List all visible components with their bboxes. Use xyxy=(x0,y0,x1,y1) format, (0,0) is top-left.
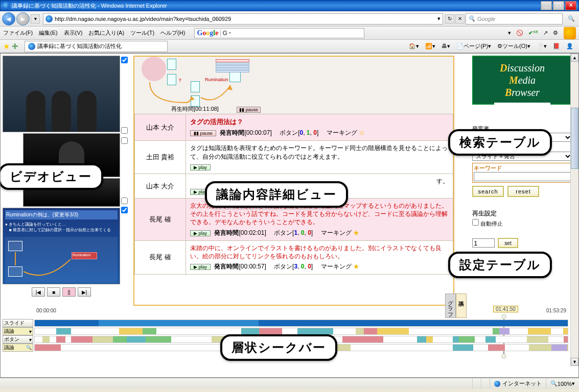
back-button[interactable]: ◄ xyxy=(2,12,15,26)
gtool-opt[interactable]: ⚙ xyxy=(550,28,561,38)
annotation-setting: 設定テーブル xyxy=(448,252,552,278)
status-zoom[interactable]: 🔍 100% ▾ xyxy=(546,378,579,389)
time-cursor[interactable]: 01:41:50 xyxy=(493,306,518,312)
refresh-button[interactable]: ↻ xyxy=(445,14,454,23)
minimize-button[interactable]: _ xyxy=(541,1,552,10)
menu-tool[interactable]: ツール(T) xyxy=(130,29,154,37)
speaker-name: 山本 大介 xyxy=(135,114,186,141)
keyword-label: キーワード xyxy=(474,164,571,172)
video-thumb-main[interactable] xyxy=(3,56,120,132)
playback-settings: 再生設定 自動停止 set xyxy=(472,209,572,248)
diagram-pause-button[interactable]: ▮▮ pause xyxy=(237,107,261,113)
thumb-check-2b[interactable] xyxy=(121,137,128,144)
detail-diagram: ？ Rumination 再生時間[00:11:08] ▮▮ pause xyxy=(134,57,453,114)
gtool-abc[interactable]: ✔ᴬᴮ xyxy=(526,28,541,38)
row-play-button[interactable]: ▶ play xyxy=(190,164,211,170)
scroll-down-icon[interactable]: ▼ xyxy=(571,358,578,366)
seek-track-slide[interactable]: スライド xyxy=(3,319,568,327)
scroll-up-icon[interactable]: ▲ xyxy=(571,54,578,62)
gtool-block[interactable]: 🚫 xyxy=(514,28,526,38)
search-button[interactable]: search xyxy=(472,186,504,197)
menu-file[interactable]: ファイル(F) xyxy=(3,29,33,37)
navdrop-button[interactable]: ▾ xyxy=(31,14,40,23)
slide-title: Ruminationの例は、(変更等3/3) xyxy=(5,210,118,219)
video-stop-button[interactable]: ■ xyxy=(47,287,60,297)
autostop-check[interactable] xyxy=(472,219,479,226)
maximize-button[interactable]: □ xyxy=(553,1,564,10)
row-pause-button[interactable]: ▮▮ pause xyxy=(190,130,216,136)
utterance-text: タグは知識活動を表現するためのキーワード。キーワード同士の階層構造を見せることに… xyxy=(190,144,449,161)
research-button[interactable]: 📕 xyxy=(550,41,563,52)
help-button[interactable]: ❔▾ xyxy=(534,41,549,52)
playset-header: 再生設定 xyxy=(472,209,572,218)
dmb-logo: Discussion Media Browser xyxy=(472,56,572,105)
reset-button[interactable]: reset xyxy=(507,186,539,197)
star-icon[interactable]: ★ xyxy=(353,263,359,270)
globe-icon xyxy=(494,381,500,387)
menu-fav[interactable]: お気に入り(A) xyxy=(88,29,124,37)
status-bar: インターネット 🔍 100% ▾ xyxy=(0,378,579,389)
video-controls: |◀ ■ || ▶| xyxy=(3,287,120,297)
print-button[interactable]: 🖶▾ xyxy=(439,41,453,52)
play-time-label: 再生時間[00:11:08] xyxy=(171,105,219,113)
svg-marker-0 xyxy=(190,96,195,101)
menu-help[interactable]: ヘルプ(H) xyxy=(160,29,185,37)
tools-button[interactable]: ⚙ツール(O)▾ xyxy=(495,41,533,52)
gtool-go[interactable]: ▾ xyxy=(505,28,514,38)
page-content: Ruminationの例は、(変更等3/3) ● きちんと議論を行っていくと… … xyxy=(0,53,579,378)
home-button[interactable]: 🏠▾ xyxy=(406,41,422,52)
google-search-input[interactable] xyxy=(231,29,364,38)
favorites-star-icon[interactable]: ★ xyxy=(3,42,10,51)
star-icon[interactable]: ★ xyxy=(353,229,359,236)
thumb-check-4[interactable] xyxy=(121,207,128,213)
speaker-name: 長尾 確 xyxy=(135,199,186,241)
address-bar[interactable]: http://dm.nagao.nuie.nagoya-u.ac.jp/vide… xyxy=(43,13,443,24)
page-button[interactable]: 📄ページ(P)▾ xyxy=(454,41,494,52)
annotation-video: ビデオビュー xyxy=(0,163,103,190)
url-text: http://dm.nagao.nuie.nagoya-u.ac.jp/vide… xyxy=(55,16,435,22)
speaker-name: 土田 貴裕 xyxy=(135,141,186,174)
star-icon[interactable]: ☆ xyxy=(359,129,365,136)
browser-tab[interactable]: 議事録に基づく知識活動の活性化 xyxy=(25,41,168,52)
window-title: 議事録に基づく知識活動の活性化 - Windows Internet Explo… xyxy=(12,2,167,10)
ie-icon xyxy=(3,2,10,9)
thumb-check-3[interactable] xyxy=(121,198,128,204)
gtool-send[interactable]: ↗ xyxy=(541,28,550,38)
stop-button[interactable]: ✕ xyxy=(455,14,465,23)
keyword-input[interactable] xyxy=(474,172,571,181)
video-prev-button[interactable]: |◀ xyxy=(32,287,45,297)
video-next-button[interactable]: ▶| xyxy=(78,287,91,297)
row-play-button[interactable]: ▶ play xyxy=(190,230,211,236)
scroll-thumb[interactable] xyxy=(571,108,578,169)
vertical-scrollbar[interactable]: ▲ ▼ xyxy=(570,54,578,366)
annotation-seek: 層状シークバー xyxy=(220,334,337,361)
tab-title: 議事録に基づく知識活動の活性化 xyxy=(37,42,122,50)
tab-page-icon xyxy=(28,43,35,50)
add-fav-icon[interactable]: ✚ xyxy=(12,42,18,51)
set-value-input[interactable] xyxy=(472,238,495,248)
speaker-name: 山本 大介 xyxy=(135,174,186,199)
thumb-check-1[interactable] xyxy=(121,57,128,63)
slide-thumb[interactable]: Ruminationの例は、(変更等3/3) ● きちんと議論を行っていくと… … xyxy=(3,208,120,284)
page-icon xyxy=(45,15,53,22)
thumb-check-2[interactable] xyxy=(121,127,128,134)
row-play-button[interactable]: ▶ play xyxy=(190,264,211,270)
menu-view[interactable]: 表示(V) xyxy=(64,29,83,37)
menu-edit[interactable]: 編集(E) xyxy=(39,29,58,37)
window-titlebar: 議事録に基づく知識活動の活性化 - Windows Internet Explo… xyxy=(0,0,579,11)
close-button[interactable]: × xyxy=(565,1,576,10)
set-button[interactable]: set xyxy=(498,238,518,248)
favorites-bar: ★ ✚ 議事録に基づく知識活動の活性化 🏠▾ 📶▾ 🖶▾ 📄ページ(P)▾ ⚙ツ… xyxy=(0,40,579,53)
status-zone: インターネット xyxy=(490,378,546,389)
search-box[interactable]: 🔍Google xyxy=(466,13,563,24)
discussion-detail: ？ Rumination 再生時間[00:11:08] ▮▮ pause 山本 xyxy=(133,56,454,306)
live-search-icon[interactable]: 🔍 xyxy=(566,13,577,24)
feed-button[interactable]: 📶▾ xyxy=(423,41,438,52)
ie-brand-icon xyxy=(564,27,576,39)
annotation-search: 検索テーブル xyxy=(448,129,552,156)
urlbar-drop-icon[interactable]: ▾ xyxy=(437,15,441,22)
video-pause-button[interactable]: || xyxy=(62,287,76,297)
forward-button[interactable]: ► xyxy=(16,12,30,26)
messenger-button[interactable]: 👤 xyxy=(564,41,576,52)
time-end: 01:53:29 xyxy=(546,308,566,313)
